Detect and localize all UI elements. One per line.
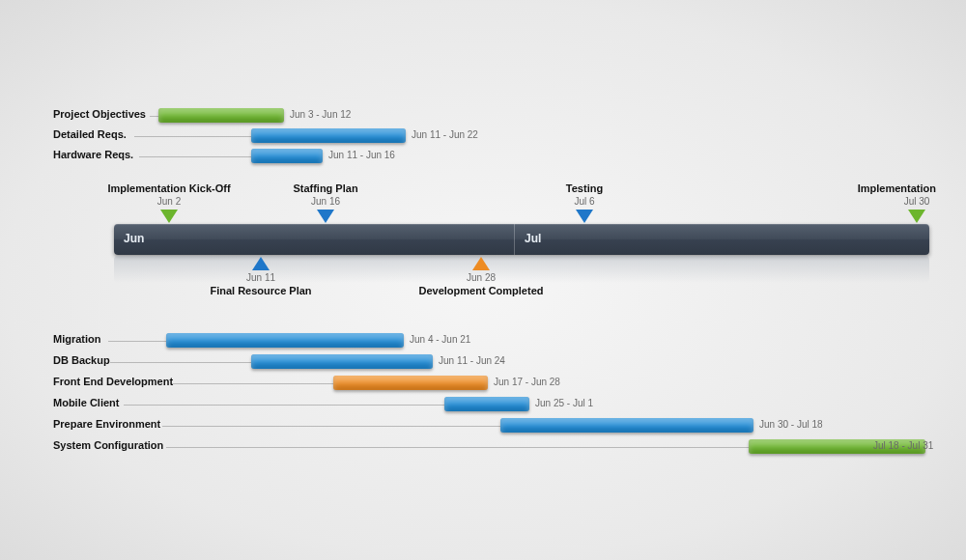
leader-line bbox=[139, 156, 252, 157]
task-row: Migration Jun 4 - Jun 21 bbox=[0, 331, 966, 351]
milestone-date: Jun 11 bbox=[213, 272, 309, 283]
task-label: System Configuration bbox=[53, 439, 163, 451]
leader-line bbox=[172, 383, 334, 384]
task-bar bbox=[251, 149, 323, 163]
task-row: System Configuration Jul 18 - Jul 31 bbox=[0, 437, 966, 458]
milestone-date: Jun 28 bbox=[433, 272, 529, 283]
task-bar bbox=[251, 354, 433, 369]
milestone-name: Implementation bbox=[743, 182, 936, 194]
leader-line bbox=[134, 136, 252, 137]
timeline-band: Jun Jul bbox=[114, 224, 929, 255]
task-bar bbox=[251, 128, 406, 143]
task-range: Jun 17 - Jun 28 bbox=[494, 377, 560, 387]
task-bar bbox=[158, 108, 284, 123]
task-bar bbox=[500, 418, 753, 433]
milestone-date: Jun 2 bbox=[121, 196, 217, 207]
task-range: Jun 11 - Jun 22 bbox=[412, 129, 478, 140]
task-range: Jul 18 - Jul 31 bbox=[873, 440, 933, 451]
task-label: Mobile Client bbox=[53, 397, 119, 408]
task-range: Jun 30 - Jul 18 bbox=[759, 419, 823, 430]
leader-line bbox=[108, 341, 167, 342]
task-label: Project Objectives bbox=[53, 108, 146, 120]
task-row: Prepare Environment Jun 30 - Jul 18 bbox=[0, 416, 966, 436]
task-row: Detailed Reqs. Jun 11 - Jun 22 bbox=[0, 126, 966, 147]
milestone-name: Final Resource Plan bbox=[164, 285, 357, 296]
task-row: Project Objectives Jun 3 - Jun 12 bbox=[0, 106, 966, 126]
milestone-name: Development Completed bbox=[384, 285, 578, 296]
month-divider bbox=[514, 224, 515, 255]
task-range: Jun 4 - Jun 21 bbox=[410, 334, 470, 345]
triangle-down-icon bbox=[576, 210, 593, 223]
task-bar bbox=[444, 397, 529, 411]
task-row: Front End Development Jun 17 - Jun 28 bbox=[0, 374, 966, 394]
milestone-date: Jul 30 bbox=[868, 196, 965, 207]
milestone-date: Jun 16 bbox=[277, 196, 374, 207]
task-bar bbox=[166, 333, 404, 348]
gantt-timeline: { "chart_data": { "type": "bar", "title"… bbox=[0, 0, 966, 560]
task-row: DB Backup Jun 11 - Jun 24 bbox=[0, 352, 966, 373]
task-label: Migration bbox=[53, 333, 101, 345]
month-label: Jul bbox=[525, 232, 541, 245]
task-label: Prepare Environment bbox=[53, 418, 160, 430]
task-bar bbox=[333, 376, 488, 390]
task-row: Mobile Client Jun 25 - Jul 1 bbox=[0, 395, 966, 415]
task-range: Jun 25 - Jul 1 bbox=[535, 398, 593, 408]
task-label: Front End Development bbox=[53, 376, 173, 387]
leader-line bbox=[124, 405, 445, 406]
leader-line bbox=[110, 362, 252, 363]
task-label: Hardware Reqs. bbox=[53, 149, 133, 160]
milestone-name: Staffing Plan bbox=[229, 182, 422, 194]
task-label: DB Backup bbox=[53, 354, 110, 366]
triangle-up-icon bbox=[252, 257, 270, 270]
milestone-name: Testing bbox=[488, 182, 681, 194]
task-label: Detailed Reqs. bbox=[53, 128, 127, 140]
month-label: Jun bbox=[124, 232, 144, 245]
triangle-up-icon bbox=[472, 257, 490, 270]
leader-line bbox=[162, 426, 501, 427]
milestone-date: Jul 6 bbox=[536, 196, 633, 207]
task-range: Jun 11 - Jun 24 bbox=[439, 355, 505, 366]
task-range: Jun 3 - Jun 12 bbox=[290, 109, 351, 120]
triangle-down-icon bbox=[317, 210, 334, 223]
triangle-down-icon bbox=[908, 210, 925, 223]
task-range: Jun 11 - Jun 16 bbox=[328, 150, 395, 160]
triangle-down-icon bbox=[160, 210, 178, 223]
leader-line bbox=[166, 447, 750, 448]
task-row: Hardware Reqs. Jun 11 - Jun 16 bbox=[0, 147, 966, 167]
